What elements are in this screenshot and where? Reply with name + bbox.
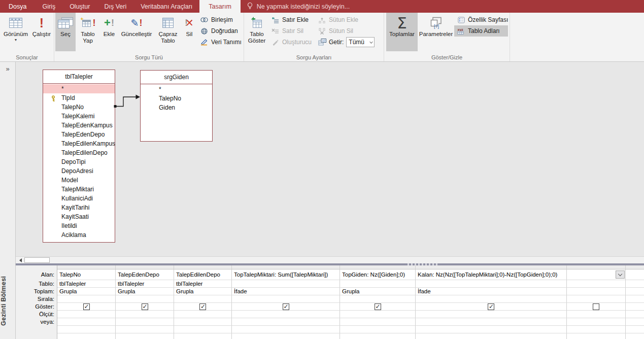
grid-x1-col2[interactable] bbox=[116, 326, 174, 333]
grid-criteria-col4[interactable] bbox=[232, 311, 340, 318]
field-dropdown-button[interactable] bbox=[616, 270, 625, 279]
make-table-button[interactable]: ! Tablo Yap bbox=[76, 13, 100, 51]
grid-sort-col2[interactable] bbox=[116, 295, 174, 303]
grid-field-col3[interactable]: TalepEdilenDepo bbox=[174, 269, 232, 280]
grid-table-col1[interactable]: tblTalepler bbox=[57, 280, 116, 288]
grid-or-col4[interactable] bbox=[232, 318, 340, 326]
field-item-TalepEdenKampus[interactable]: TalepEdenKampus bbox=[43, 121, 115, 130]
grid-x1-col7[interactable] bbox=[567, 326, 626, 333]
grid-table-col2[interactable]: tblTalepler bbox=[116, 280, 174, 288]
grid-criteria-col1[interactable] bbox=[57, 311, 116, 318]
parameters-button[interactable]: [?] Parametreler bbox=[418, 13, 454, 51]
field-item-TalepEdilenKampus[interactable]: TalepEdilenKampus bbox=[43, 139, 115, 148]
select-query-button[interactable]: Seç bbox=[55, 13, 76, 51]
grid-or-col1[interactable] bbox=[57, 318, 116, 326]
grid-show-col1[interactable] bbox=[57, 303, 116, 311]
show-checkbox-col6[interactable] bbox=[488, 303, 494, 310]
grid-criteria-col6[interactable] bbox=[416, 311, 567, 318]
grid-x2-col3[interactable] bbox=[174, 333, 232, 339]
field-item-DepoTipi[interactable]: DepoTipi bbox=[43, 157, 115, 166]
grid-total-col1[interactable]: Grupla bbox=[57, 288, 116, 295]
grid-x2-col7[interactable] bbox=[567, 333, 626, 339]
grid-field-col1[interactable]: TalepNo bbox=[57, 269, 116, 280]
tab-tasarim[interactable]: Tasarım bbox=[199, 0, 240, 13]
property-sheet-button[interactable]: Özellik Sayfası bbox=[454, 14, 508, 25]
grid-criteria-col3[interactable] bbox=[174, 311, 232, 318]
grid-show-col7[interactable] bbox=[567, 303, 626, 311]
grid-total-col3[interactable]: Grupla bbox=[174, 288, 232, 295]
grid-x1-col5[interactable] bbox=[340, 326, 416, 333]
grid-show-col4[interactable] bbox=[232, 303, 340, 311]
grid-field-col5[interactable]: TopGiden: Nz([Giden];0) bbox=[340, 269, 416, 280]
grid-total-col4[interactable]: İfade bbox=[232, 288, 340, 295]
delete-query-button[interactable]: !✕ Sil bbox=[181, 13, 197, 51]
field-item-KayitTarihi[interactable]: KayitTarihi bbox=[43, 203, 115, 212]
union-button[interactable]: Birleşim bbox=[197, 14, 244, 25]
show-checkbox-col2[interactable] bbox=[142, 303, 148, 310]
field-item-TalepNo[interactable]: TalepNo bbox=[43, 103, 115, 112]
grid-table-col7[interactable] bbox=[567, 280, 626, 288]
totals-button[interactable]: Σ Toplamlar bbox=[386, 13, 418, 51]
grid-table-col6[interactable] bbox=[416, 280, 567, 288]
return-select[interactable]: Tümü bbox=[346, 37, 375, 47]
grid-x2-col8[interactable] bbox=[626, 333, 644, 339]
field-item-*[interactable]: * bbox=[43, 84, 115, 93]
grid-show-col2[interactable] bbox=[116, 303, 174, 311]
grid-or-col2[interactable] bbox=[116, 318, 174, 326]
grid-show-col3[interactable] bbox=[174, 303, 232, 311]
grid-table-col5[interactable] bbox=[340, 280, 416, 288]
scrollbar-thumb[interactable] bbox=[24, 257, 50, 263]
grid-table-col3[interactable]: tblTalepler bbox=[174, 280, 232, 288]
grid-table-col4[interactable] bbox=[232, 280, 340, 288]
grid-or-col8[interactable] bbox=[626, 318, 644, 326]
query-design-surface[interactable]: tblTalepler *TlpIdTalepNoTalepKalemiTale… bbox=[16, 62, 644, 263]
show-table-button[interactable]: Tablo Göster bbox=[245, 13, 268, 51]
insert-columns-button[interactable]: Sütun Ekle bbox=[315, 14, 382, 25]
crosstab-button[interactable]: Çapraz Tablo bbox=[155, 13, 181, 51]
field-item-TalepKalemi[interactable]: TalepKalemi bbox=[43, 112, 115, 121]
grid-sort-col1[interactable] bbox=[57, 295, 116, 303]
run-button[interactable]: ! Çalıştır bbox=[30, 13, 53, 51]
field-item-Aciklama[interactable]: Aciklama bbox=[43, 230, 115, 240]
field-item-DepoAdresi[interactable]: DepoAdresi bbox=[43, 166, 115, 176]
grid-x1-col8[interactable] bbox=[626, 326, 644, 333]
grid-sort-col4[interactable] bbox=[232, 295, 340, 303]
field-item-TalepMiktari[interactable]: TalepMiktari bbox=[43, 185, 115, 194]
field-item-*[interactable]: * bbox=[141, 85, 212, 94]
grid-total-col7[interactable] bbox=[567, 288, 626, 295]
grid-x2-col2[interactable] bbox=[116, 333, 174, 339]
grid-total-col6[interactable]: İfade bbox=[416, 288, 567, 295]
grid-sort-col8[interactable] bbox=[626, 295, 644, 303]
show-checkbox-col7[interactable] bbox=[593, 303, 599, 310]
grid-or-col7[interactable] bbox=[567, 318, 626, 326]
design-horizontal-scrollbar[interactable] bbox=[16, 256, 644, 263]
tab-olustur[interactable]: Oluştur bbox=[62, 0, 97, 13]
table-box-srgGiden[interactable]: srgGiden *TalepNoGiden bbox=[140, 70, 213, 142]
grid-field-col4[interactable]: TopTalepMiktari: Sum([TalepMiktari]) bbox=[232, 269, 340, 280]
expand-nav-pane-icon[interactable]: » bbox=[0, 65, 15, 73]
grid-sort-col3[interactable] bbox=[174, 295, 232, 303]
table-box-title[interactable]: srgGiden bbox=[141, 71, 212, 84]
grid-sort-col6[interactable] bbox=[416, 295, 567, 303]
update-button[interactable]: ✎! Güncelleştir bbox=[118, 13, 155, 51]
grid-or-col5[interactable] bbox=[340, 318, 416, 326]
delete-columns-button[interactable]: Sütun Sil bbox=[315, 25, 382, 37]
field-item-TalepNo[interactable]: TalepNo bbox=[141, 94, 212, 103]
pass-through-button[interactable]: Doğrudan bbox=[197, 25, 244, 37]
show-checkbox-col5[interactable] bbox=[375, 303, 381, 310]
grid-x2-col6[interactable] bbox=[416, 333, 567, 339]
grid-sort-col5[interactable] bbox=[340, 295, 416, 303]
table-box-tblTalepler[interactable]: tblTalepler *TlpIdTalepNoTalepKalemiTale… bbox=[43, 70, 115, 243]
show-checkbox-col4[interactable] bbox=[283, 303, 289, 310]
field-item-KayitSaati[interactable]: KayitSaati bbox=[43, 212, 115, 221]
scroll-left-icon[interactable] bbox=[17, 257, 24, 263]
field-item-Iletildi[interactable]: Iletildi bbox=[43, 221, 115, 230]
grid-field-col2[interactable]: TalepEdenDepo bbox=[116, 269, 174, 280]
table-box-title[interactable]: tblTalepler bbox=[43, 70, 115, 84]
tab-dosya[interactable]: Dosya bbox=[0, 0, 35, 13]
navigation-pane-collapsed[interactable]: » Gezinti Bölmesi bbox=[0, 62, 16, 339]
grid-field-col6[interactable]: Kalan: Nz(Nz([TopTalepMiktari];0)-Nz([To… bbox=[416, 269, 567, 280]
tab-veritabani-araclari[interactable]: Veritabanı Araçları bbox=[133, 0, 199, 13]
grid-criteria-col5[interactable] bbox=[340, 311, 416, 318]
tab-dis-veri[interactable]: Dış Veri bbox=[97, 0, 133, 13]
